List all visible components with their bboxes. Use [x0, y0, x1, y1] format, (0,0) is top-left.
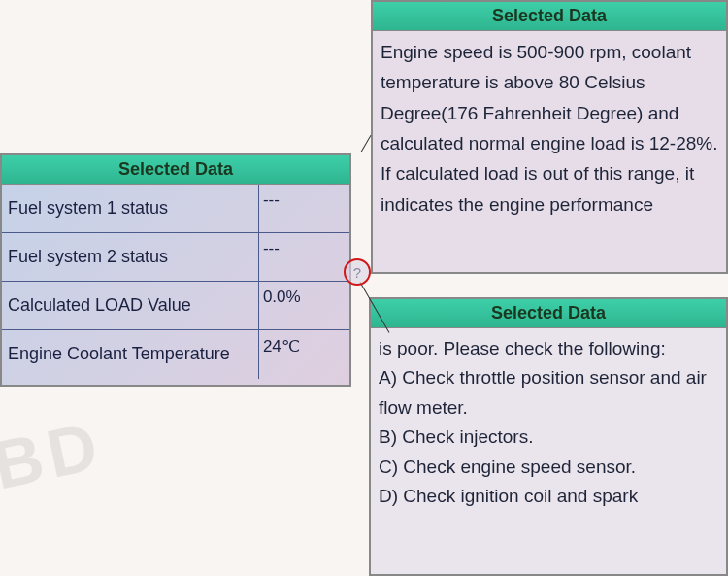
question-mark-icon: ? — [353, 264, 361, 281]
table-row: Engine Coolant Temperature 24℃ — [2, 330, 349, 379]
panel-title: Selected Data — [371, 299, 726, 328]
param-value: --- — [259, 185, 349, 232]
help-text-panel-bottom: Selected Data is poor. Please check the … — [369, 297, 728, 576]
param-value: 24℃ — [259, 330, 349, 379]
help-text-intro: is poor. Please check the following: — [379, 334, 718, 363]
help-list-item: A) Check throttle position sensor and ai… — [379, 363, 718, 423]
param-label: Fuel system 1 status — [2, 185, 259, 232]
table-row: Calculated LOAD Value 0.0% — [2, 282, 349, 330]
live-data-panel: Selected Data Fuel system 1 status --- F… — [0, 153, 351, 387]
param-label: Engine Coolant Temperature — [2, 330, 259, 379]
param-value: --- — [259, 233, 349, 281]
help-text-panel-top: Selected Data Engine speed is 500-900 rp… — [371, 0, 728, 274]
help-list-item: C) Check engine speed sensor. — [379, 453, 718, 482]
panel-title: Selected Data — [373, 2, 726, 31]
param-label: Calculated LOAD Value — [2, 282, 259, 329]
callout-line — [361, 135, 372, 152]
help-text: is poor. Please check the following: A) … — [371, 328, 726, 517]
help-button[interactable]: ? — [344, 258, 371, 286]
table-row: Fuel system 1 status --- — [2, 185, 349, 233]
help-list-item: D) Check ignition coil and spark — [379, 482, 718, 511]
table-row: Fuel system 2 status --- — [2, 233, 349, 282]
parameter-table: Fuel system 1 status --- Fuel system 2 s… — [2, 185, 349, 379]
param-value: 0.0% — [259, 282, 349, 329]
help-text: Engine speed is 500-900 rpm, coolant tem… — [373, 31, 726, 225]
param-label: Fuel system 2 status — [2, 233, 259, 281]
panel-title: Selected Data — [2, 155, 349, 185]
help-list-item: B) Check injectors. — [379, 423, 718, 452]
